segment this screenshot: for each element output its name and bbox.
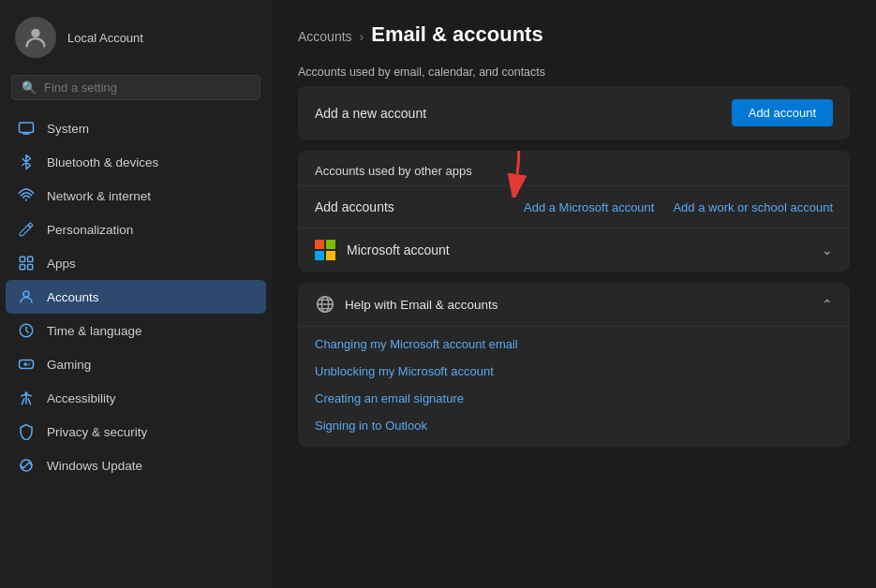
accounts-icon — [17, 287, 36, 306]
ms-logo-green — [326, 240, 335, 249]
sidebar-item-gaming[interactable]: Gaming — [6, 347, 266, 381]
sidebar-item-apps[interactable]: Apps — [6, 246, 266, 280]
help-title: Help with Email & accounts — [345, 298, 498, 312]
breadcrumb-chevron: › — [360, 29, 364, 44]
chevron-down-icon: ⌄ — [822, 243, 833, 257]
accounts-used-row: Add accounts Add a Microsoft account Add… — [298, 186, 850, 228]
help-header-left: Help with Email & accounts — [315, 294, 498, 315]
help-links: Changing my Microsoft account email Unbl… — [298, 327, 850, 447]
microsoft-logo — [315, 240, 335, 260]
main-content: Accounts › Email & accounts Accounts use… — [272, 0, 876, 588]
personalization-icon — [17, 220, 36, 239]
sidebar-item-system[interactable]: System — [6, 111, 266, 145]
chevron-up-icon: ⌃ — [822, 297, 833, 312]
update-icon — [17, 456, 36, 475]
sidebar-item-personalization[interactable]: Personalization — [6, 213, 266, 246]
system-icon — [17, 119, 36, 138]
sidebar-label-bluetooth: Bluetooth & devices — [47, 155, 158, 169]
help-globe-icon — [315, 294, 335, 315]
sidebar-label-network: Network & internet — [47, 189, 151, 203]
add-account-button[interactable]: Add account — [732, 99, 833, 126]
sidebar-item-accounts[interactable]: Accounts — [6, 280, 266, 314]
sidebar-item-network[interactable]: Network & internet — [6, 179, 266, 213]
sidebar-label-accessibility: Accessibility — [47, 391, 116, 405]
search-input[interactable] — [44, 81, 250, 95]
other-apps-card: Accounts used by other apps Add accounts… — [298, 151, 850, 272]
help-card: Help with Email & accounts ⌃ Changing my… — [298, 283, 850, 447]
page-header: Accounts › Email & accounts — [298, 22, 850, 47]
accessibility-icon — [17, 389, 36, 407]
sidebar-label-personalization: Personalization — [47, 223, 133, 237]
email-accounts-card: Add a new account Add account — [298, 86, 850, 140]
help-link-1[interactable]: Unblocking my Microsoft account — [315, 360, 833, 383]
add-microsoft-link[interactable]: Add a Microsoft account — [524, 200, 654, 214]
add-new-account-label: Add a new account — [315, 106, 426, 121]
sidebar-label-accounts: Accounts — [47, 290, 99, 304]
svg-rect-7 — [20, 265, 24, 270]
user-name: Local Account — [67, 31, 143, 45]
link-group: Add a Microsoft account Add a work or sc… — [524, 200, 833, 214]
privacy-icon — [17, 422, 36, 441]
ms-logo-blue — [315, 251, 324, 260]
apps-icon — [17, 254, 36, 272]
sidebar-item-time[interactable]: Time & language — [6, 314, 266, 347]
help-link-3[interactable]: Signing in to Outlook — [315, 414, 833, 437]
ms-row-left: Microsoft account — [315, 240, 450, 260]
help-link-0[interactable]: Changing my Microsoft account email — [315, 332, 833, 356]
help-header-row[interactable]: Help with Email & accounts ⌃ — [298, 283, 850, 327]
time-icon — [17, 321, 36, 340]
search-container: 🔍 — [0, 71, 272, 110]
svg-point-4 — [25, 198, 27, 200]
section1-title: Accounts used by email, calendar, and co… — [298, 66, 850, 79]
help-link-2[interactable]: Creating an email signature — [315, 387, 833, 410]
sidebar-item-privacy[interactable]: Privacy & security — [6, 415, 266, 448]
svg-point-0 — [31, 29, 39, 37]
search-box[interactable]: 🔍 — [11, 75, 260, 100]
sidebar: Local Account 🔍 System — [0, 0, 272, 588]
gaming-icon — [17, 355, 36, 374]
add-work-link[interactable]: Add a work or school account — [673, 200, 833, 214]
sidebar-label-gaming: Gaming — [47, 358, 91, 372]
svg-rect-5 — [20, 257, 24, 261]
svg-point-14 — [29, 363, 31, 365]
bluetooth-icon — [17, 153, 36, 171]
network-icon — [17, 186, 36, 205]
search-icon: 🔍 — [22, 81, 37, 95]
microsoft-account-label: Microsoft account — [347, 243, 450, 257]
microsoft-account-row[interactable]: Microsoft account ⌄ — [298, 228, 850, 272]
ms-logo-red — [315, 240, 324, 249]
sidebar-item-update[interactable]: Windows Update — [6, 448, 266, 482]
sidebar-label-privacy: Privacy & security — [47, 425, 147, 439]
ms-logo-yellow — [326, 251, 335, 260]
sidebar-label-time: Time & language — [47, 324, 142, 338]
breadcrumb-accounts[interactable]: Accounts — [298, 29, 352, 44]
sidebar-label-apps: Apps — [47, 257, 76, 271]
svg-rect-1 — [20, 123, 34, 133]
sidebar-label-system: System — [47, 122, 89, 136]
svg-rect-8 — [28, 265, 33, 270]
sidebar-item-accessibility[interactable]: Accessibility — [6, 381, 266, 415]
add-new-account-row: Add a new account Add account — [298, 86, 850, 140]
page-title: Email & accounts — [371, 22, 542, 47]
sidebar-item-bluetooth[interactable]: Bluetooth & devices — [6, 145, 266, 179]
nav-list: System Bluetooth & devices Network & — [0, 110, 272, 484]
svg-rect-6 — [28, 257, 33, 261]
sidebar-label-update: Windows Update — [47, 459, 142, 473]
user-profile: Local Account — [0, 0, 272, 71]
svg-point-15 — [28, 364, 30, 366]
avatar — [15, 17, 56, 58]
add-accounts-label: Add accounts — [315, 199, 394, 214]
svg-point-9 — [23, 291, 29, 297]
other-apps-header: Accounts used by other apps — [298, 151, 850, 186]
